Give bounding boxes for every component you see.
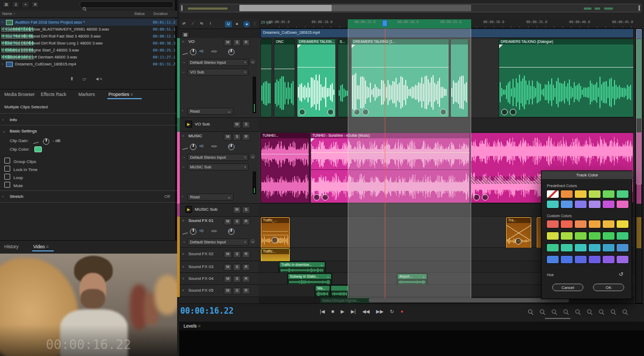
razor-tool-icon[interactable]: ⟋ <box>192 21 194 26</box>
mute-button[interactable]: M <box>224 218 232 225</box>
playhead-line[interactable] <box>385 28 385 298</box>
mute-button[interactable]: M <box>233 121 241 128</box>
clip-gain-knob[interactable] <box>43 138 49 145</box>
stop-icon[interactable]: ■ <box>331 308 334 315</box>
file-row[interactable]: ›Camera_...aly slow_BLASTWAVEFX_09981 48… <box>0 26 177 33</box>
color-swatch[interactable] <box>589 232 601 240</box>
audio-clip[interactable]: Traffic... <box>261 248 290 262</box>
checkbox-mute[interactable]: Mute <box>4 180 23 189</box>
move-tool-icon[interactable]: ⇄ <box>182 21 186 26</box>
playhead-marker[interactable] <box>382 20 387 27</box>
tab-media-browser[interactable]: Media Browser <box>4 92 35 97</box>
section-info[interactable]: Info <box>10 117 17 122</box>
automation-mode-selector[interactable]: Read⌄ <box>187 194 233 201</box>
tab-properties[interactable]: Properties ≡ <box>108 92 133 97</box>
audio-clip-selected[interactable]: DREAMERS TALKIN... <box>297 39 335 117</box>
column-name[interactable]: Name ↑ <box>2 12 15 16</box>
track-name[interactable]: VO <box>188 39 195 44</box>
solo-button[interactable]: S <box>233 134 241 140</box>
output-selector[interactable]: VO Sub› <box>187 69 248 76</box>
time-selection-tool-icon[interactable]: I <box>210 21 211 25</box>
zoom-to-out-point-icon[interactable] <box>599 309 603 314</box>
media-icon[interactable]: ≣ <box>2 1 10 8</box>
audio-clip[interactable]: Wa... <box>315 285 330 297</box>
color-swatch[interactable] <box>589 190 601 198</box>
fade-in-handle[interactable] <box>297 44 301 48</box>
solo-button[interactable]: S <box>242 121 250 128</box>
automation-mode-selector[interactable]: Read⌄ <box>187 108 233 115</box>
mute-button[interactable]: M <box>224 134 232 140</box>
color-swatch[interactable] <box>547 220 559 228</box>
toolbar-overflow-icon[interactable]: ⋮ <box>253 21 257 26</box>
clip-gain-hud[interactable] <box>482 194 488 201</box>
input-selector[interactable]: Default Stereo Input› <box>187 239 248 246</box>
color-swatch[interactable] <box>575 244 587 251</box>
zoom-out-amplitude-icon[interactable] <box>564 309 568 314</box>
arm-record-button[interactable]: R <box>242 264 250 271</box>
disclosure-icon[interactable]: › <box>2 20 6 25</box>
tab-markers[interactable]: Markers <box>78 92 95 97</box>
track-name[interactable]: MUSIC <box>188 134 202 138</box>
gain-slider-icon[interactable] <box>33 138 39 144</box>
playback-volume-slider[interactable] <box>545 318 570 319</box>
audio-clip[interactable]: Tra... <box>506 217 531 248</box>
timeline-ruler[interactable]: 29 fps 00:00:05.000:00:10.000:00:15.000:… <box>259 19 634 28</box>
zoom-full-icon[interactable] <box>611 309 615 314</box>
clip-gain-hud[interactable] <box>501 109 508 115</box>
color-swatch[interactable] <box>603 244 614 251</box>
audio-clip[interactable] <box>261 39 272 117</box>
pan-value[interactable]: 0 <box>229 49 231 53</box>
open-folder-icon[interactable]: ▱ <box>83 76 86 81</box>
tab-levels[interactable]: Levels ≡ <box>184 323 201 329</box>
arm-record-button[interactable]: R <box>242 276 250 283</box>
mute-button[interactable]: M <box>224 264 232 271</box>
clip-color-swatch[interactable] <box>34 146 42 152</box>
color-swatch[interactable] <box>589 244 601 251</box>
metronome-toggle[interactable]: ▲ <box>235 21 239 25</box>
audio-clip[interactable]: S... <box>338 39 349 117</box>
fast-forward-icon[interactable]: ▶▶ <box>376 308 384 315</box>
color-swatch[interactable] <box>603 190 614 198</box>
zoom-out-time-icon[interactable] <box>540 309 544 314</box>
color-swatch[interactable] <box>603 256 614 263</box>
clip-gain-hud[interactable] <box>299 109 305 115</box>
volume-value[interactable]: +0 <box>199 49 203 53</box>
navigator-right-handle[interactable] <box>638 5 640 11</box>
file-row[interactable]: ›Cessna taking off Denham 48000 3.wav00:… <box>0 54 177 61</box>
color-swatch[interactable] <box>547 244 559 251</box>
color-swatch[interactable] <box>575 220 587 228</box>
track-name[interactable]: Sound FX 05 <box>188 288 214 293</box>
new-item-icon[interactable]: + <box>21 1 30 8</box>
delete-icon[interactable]: ✕ <box>31 1 39 8</box>
color-swatch[interactable] <box>575 232 587 240</box>
color-swatch[interactable] <box>561 220 573 228</box>
color-swatch[interactable] <box>617 220 628 228</box>
column-status[interactable]: Status <box>134 12 145 16</box>
dialog-title[interactable]: Track Color <box>541 171 633 179</box>
pan-value[interactable]: 0 <box>229 144 231 148</box>
audio-clip[interactable]: Subway in Statio...⌄ <box>288 273 332 285</box>
speaker-icon[interactable]: ◄» <box>94 76 102 81</box>
solo-button[interactable]: S <box>233 251 241 258</box>
tab-history[interactable]: History <box>4 244 18 249</box>
color-swatch[interactable] <box>561 244 573 251</box>
drag-handle-icon[interactable]: ≡ <box>182 288 184 292</box>
volume-value[interactable]: +0 <box>199 229 203 233</box>
solo-button[interactable]: S <box>233 276 241 283</box>
color-swatch[interactable] <box>589 220 601 228</box>
session-timecode[interactable]: 00:00:16.22 <box>180 306 233 316</box>
file-row[interactable]: ›Car Tire OB Gravel Dirt Roll Fast Skid … <box>0 33 177 40</box>
panel-menu-icon[interactable]: ≡ <box>198 323 201 329</box>
arm-record-button[interactable]: R <box>242 218 250 225</box>
color-swatch[interactable] <box>617 201 628 208</box>
vertical-scrollbar-thumb[interactable] <box>636 29 642 184</box>
color-swatch[interactable] <box>617 244 628 251</box>
mute-button[interactable]: M <box>224 287 232 294</box>
no-color-swatch[interactable] <box>547 190 559 198</box>
fade-out-handle[interactable] <box>327 109 334 115</box>
panel-menu-icon[interactable]: ≡ <box>46 244 49 249</box>
section-stretch[interactable]: Stretch <box>10 194 23 199</box>
mute-button[interactable]: M <box>233 206 241 213</box>
color-swatch[interactable] <box>603 201 614 208</box>
solo-button[interactable]: S <box>233 287 241 294</box>
